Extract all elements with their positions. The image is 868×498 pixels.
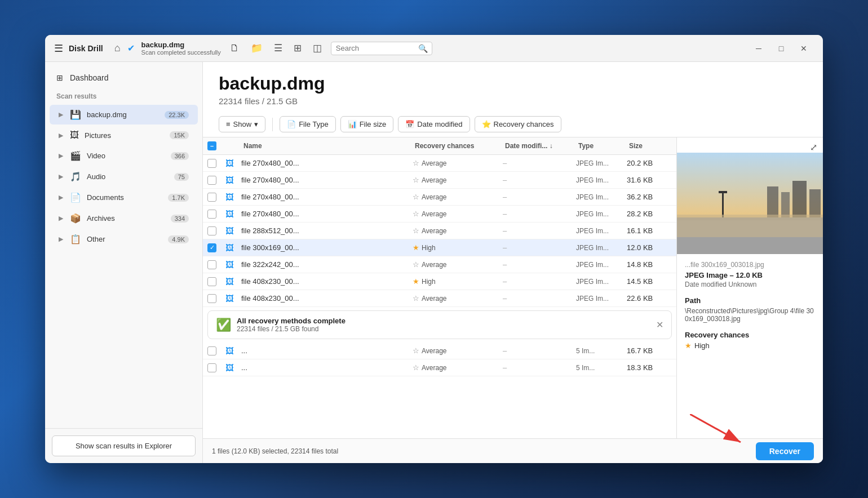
row-checkbox[interactable] (207, 210, 216, 219)
grid-icon[interactable]: ⊞ (291, 40, 304, 56)
recovery-column-header[interactable]: Recovery chances (413, 141, 503, 151)
table-row[interactable]: 🖼 file 270x480_00... ☆ Average – JPEG Im… (203, 155, 676, 172)
maximize-button[interactable]: □ (771, 41, 791, 56)
row-checkbox[interactable] (207, 260, 216, 269)
table-row[interactable]: 🖼 file 408x230_00... ★ High – JPEG Im...… (203, 273, 676, 290)
preview-filename: ...file 300x169_003018.jpg (685, 261, 815, 269)
row-checkbox[interactable] (207, 193, 216, 202)
row-checkbox[interactable] (207, 346, 216, 355)
recovery-value: ☆ Average (413, 260, 503, 269)
type-value: JPEG Im... (576, 261, 627, 269)
sidebar-item-audio[interactable]: ▶ 🎵 Audio 75 (50, 167, 198, 186)
recoverychances-button[interactable]: ⭐ Recovery chances (475, 116, 561, 132)
sidebar-item-pictures[interactable]: ▶ 🖼 Pictures 15K (50, 126, 198, 145)
row-checkbox[interactable] (207, 176, 216, 185)
pane-icon[interactable]: ◫ (311, 40, 324, 56)
table-row[interactable]: 🖼 file 322x242_00... ☆ Average – JPEG Im… (203, 256, 676, 273)
document-icon[interactable]: 🗋 (228, 41, 242, 56)
sidebar-count-documents: 1.7K (168, 194, 189, 202)
preview-info: ...file 300x169_003018.jpg JPEG Image – … (677, 254, 823, 357)
show-label: Show (233, 120, 252, 128)
filetype-icon: 📄 (287, 120, 296, 128)
table-row[interactable]: 🖼 ... ☆ Average – 5 Im... 18.3 KB (203, 359, 676, 376)
select-all-checkbox[interactable]: – (207, 141, 216, 150)
table-row[interactable]: 🖼 ... ☆ Average – 5 Im... 16.7 KB (203, 343, 676, 359)
sidebar-count-other: 4.9K (168, 235, 189, 243)
size-value: 12.0 KB (627, 243, 672, 252)
date-value: – (503, 294, 576, 303)
svg-rect-6 (722, 192, 724, 226)
row-checkbox-col (207, 260, 225, 269)
main-content: ⊞ Dashboard Scan results ▶ 💾 backup.dmg … (45, 62, 823, 463)
home-icon[interactable]: ⌂ (114, 42, 121, 54)
top-section: backup.dmg 22314 files / 21.5 GB (203, 62, 823, 112)
app-window: ☰ Disk Drill ⌂ ✔ backup.dmg Scan complet… (45, 35, 823, 463)
notification-content: All recovery methods complete 22314 file… (237, 317, 346, 333)
search-box[interactable]: 🔍 (331, 42, 432, 55)
show-in-explorer-button[interactable]: Show scan results in Explorer (52, 435, 196, 456)
dropdown-icon: ▾ (254, 120, 258, 128)
table-row[interactable]: 🖼 file 270x480_00... ☆ Average – JPEG Im… (203, 172, 676, 189)
table-row[interactable]: 🖼 file 288x512_00... ☆ Average – JPEG Im… (203, 223, 676, 239)
audio-icon: 🎵 (70, 171, 81, 182)
type-value: JPEG Im... (576, 227, 627, 235)
show-button[interactable]: ≡ Show ▾ (219, 116, 265, 132)
datemodified-button[interactable]: 📅 Date modified (398, 116, 470, 132)
row-checkbox[interactable]: ✓ (207, 243, 216, 252)
file-icon: 🖼 (225, 277, 234, 286)
row-checkbox[interactable] (207, 294, 216, 303)
preview-filesize: JPEG Image – 12.0 KB (685, 271, 815, 279)
expand-preview-button[interactable]: ⤢ (810, 142, 817, 153)
list-icon[interactable]: ☰ (272, 40, 285, 56)
scan-results-label: Scan results (45, 87, 202, 104)
folder-icon[interactable]: 📁 (249, 40, 265, 56)
disk-name: backup.dmg (141, 41, 221, 49)
name-column-header[interactable]: Name (241, 141, 413, 151)
preview-image (677, 153, 823, 254)
type-value: JPEG Im... (576, 278, 627, 286)
row-checkbox[interactable] (207, 277, 216, 286)
svg-rect-8 (677, 217, 823, 221)
sidebar-item-video[interactable]: ▶ 🎬 Video 366 (50, 146, 198, 166)
row-checkbox-col (207, 210, 225, 219)
date-column-header[interactable]: Date modifi... ↓ (503, 141, 576, 151)
sidebar-item-documents[interactable]: ▶ 📄 Documents 1.7K (50, 188, 198, 207)
filesize-icon: 📊 (348, 120, 357, 128)
star-icon: ☆ (413, 176, 419, 184)
size-column-header[interactable]: Size (627, 141, 672, 151)
file-name: file 408x230_00... (241, 277, 413, 286)
type-column-header[interactable]: Type (576, 141, 627, 151)
image-icon: 🖼 (70, 130, 79, 140)
table-row[interactable]: 🖼 file 408x230_00... ☆ Average – JPEG Im… (203, 290, 676, 307)
table-row[interactable]: 🖼 file 270x480_00... ☆ Average – JPEG Im… (203, 206, 676, 223)
star-icon: ☆ (413, 260, 419, 269)
star-filled-icon: ★ (413, 277, 419, 286)
star-filled-icon: ★ (413, 243, 419, 252)
search-input[interactable] (336, 44, 415, 52)
minimize-button[interactable]: ─ (749, 41, 769, 56)
notification-close[interactable]: ✕ (656, 319, 663, 330)
row-checkbox[interactable] (207, 159, 216, 168)
row-checkbox[interactable] (207, 226, 216, 235)
hamburger-icon[interactable]: ☰ (54, 42, 63, 55)
svg-rect-5 (809, 189, 821, 232)
close-button[interactable]: ✕ (794, 41, 814, 56)
type-value: 5 Im... (576, 364, 627, 372)
search-icon: 🔍 (418, 44, 428, 53)
type-value: JPEG Im... (576, 159, 627, 167)
chevron-icon: ▶ (59, 111, 63, 118)
recovery-value: ☆ Average (413, 193, 503, 201)
preview-recovery-value: ★ High (685, 341, 815, 350)
filesize-button[interactable]: 📊 File size (340, 116, 394, 132)
svg-rect-2 (767, 186, 778, 232)
row-checkbox[interactable] (207, 363, 216, 372)
recover-button[interactable]: Recover (756, 442, 814, 460)
table-row[interactable]: 🖼 file 270x480_00... ☆ Average – JPEG Im… (203, 189, 676, 206)
sidebar-item-archives[interactable]: ▶ 📦 Archives 334 (50, 208, 198, 228)
sidebar-item-dashboard[interactable]: ⊞ Dashboard (45, 69, 202, 87)
table-row[interactable]: ✓ 🖼 file 300x169_00... ★ High – JPEG Im.… (203, 239, 676, 256)
date-value: – (503, 210, 576, 218)
sidebar-item-other[interactable]: ▶ 📋 Other 4.9K (50, 229, 198, 249)
sidebar-item-backup-dmg[interactable]: ▶ 💾 backup.dmg 22.3K (50, 105, 198, 124)
filetype-button[interactable]: 📄 File Type (280, 116, 336, 132)
